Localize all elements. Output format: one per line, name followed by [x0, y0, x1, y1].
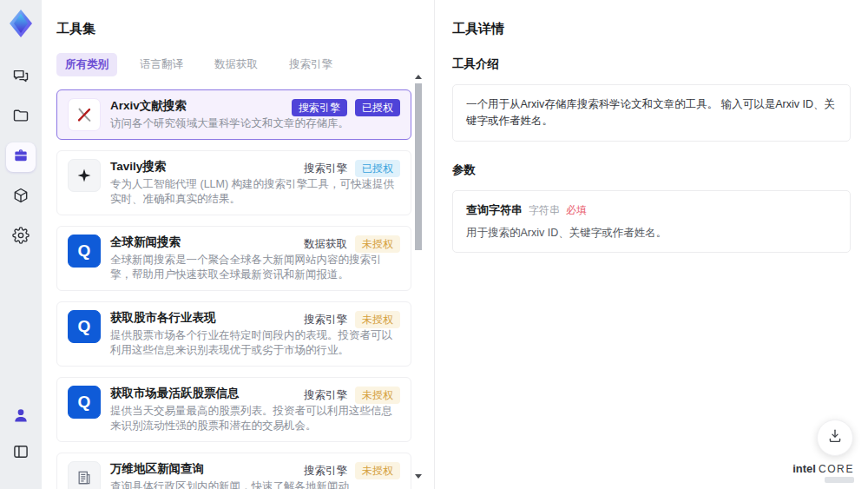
tool-description: 提供当天交易量最高的股票列表。投资者可以利用这些信息来识别流动性强的股票和潜在的… [110, 404, 397, 433]
news-service-icon: Q [68, 386, 101, 419]
tool-card-sector-performance[interactable]: Q 获取股市各行业表现 提供股票市场各个行业在特定时间段内的表现。投资者可以利用… [56, 301, 411, 367]
sidebar-item-settings[interactable] [6, 222, 36, 252]
sidebar-item-collapse[interactable] [6, 439, 36, 468]
page-title: 工具集 [56, 21, 411, 37]
param-required-flag: 必填 [566, 203, 587, 218]
category-tabs: 所有类别 语言翻译 数据获取 搜索引擎 [56, 53, 411, 76]
sidebar-item-files[interactable] [6, 102, 36, 132]
user-icon [12, 406, 30, 427]
scrollbar-thumb[interactable] [415, 83, 422, 250]
intel-core-logo: intelcore [792, 462, 854, 483]
tool-details-panel: 工具详情 工具介绍 一个用于从Arxiv存储库搜索科学论文和文章的工具。 输入可… [434, 0, 868, 489]
panel-layout-icon [12, 443, 30, 464]
left-sidebar [0, 0, 42, 489]
category-label: 搜索引擎 [304, 162, 347, 176]
intro-text: 一个用于从Arxiv存储库搜索科学论文和文章的工具。 输入可以是Arxiv ID… [466, 96, 837, 129]
auth-status-badge: 未授权 [355, 235, 400, 253]
tab-all-categories[interactable]: 所有类别 [56, 53, 117, 76]
intro-box: 一个用于从Arxiv存储库搜索科学论文和文章的工具。 输入可以是Arxiv ID… [452, 84, 851, 142]
newspaper-icon [68, 461, 101, 489]
category-label: 搜索引擎 [304, 313, 347, 327]
scrollbar-up-arrow[interactable] [415, 75, 422, 79]
tool-description: 访问各个研究领域大量科学论文和文章的存储库。 [110, 116, 397, 131]
scrollbar-down-arrow[interactable] [415, 474, 422, 479]
intro-heading: 工具介绍 [452, 56, 851, 72]
brand-intel-text: intel [792, 462, 816, 475]
param-box: 查询字符串 字符串 必填 用于搜索的Arxiv ID、关键字或作者姓名。 [452, 190, 851, 253]
sidebar-item-models[interactable] [6, 182, 36, 212]
chat-icon [12, 67, 30, 88]
toolbox-icon [12, 147, 30, 168]
arxiv-icon [68, 98, 101, 131]
param-description: 用于搜索的Arxiv ID、关键字或作者姓名。 [466, 226, 837, 241]
app-logo [7, 9, 35, 38]
tool-card-tavily[interactable]: Tavily搜索 专为人工智能代理 (LLM) 构建的搜索引擎工具，可快速提供实… [56, 150, 411, 215]
tool-list-panel: 工具集 所有类别 语言翻译 数据获取 搜索引擎 Arxiv文献搜索 访问各个研究… [42, 0, 434, 489]
category-label: 搜索引擎 [304, 464, 347, 479]
auth-status-badge: 已授权 [355, 160, 400, 177]
tool-description: 提供股票市场各个行业在特定时间段内的表现。投资者可以利用这些信息来识别表现优于或… [110, 328, 397, 358]
auth-status-badge: 未授权 [355, 387, 400, 404]
brand-core-text: core [819, 463, 854, 475]
tab-search-engine[interactable]: 搜索引擎 [280, 53, 341, 76]
details-title: 工具详情 [452, 21, 851, 37]
category-label: 搜索引擎 [304, 388, 347, 403]
folder-icon [12, 107, 30, 128]
sidebar-item-chat[interactable] [6, 63, 36, 92]
news-service-icon: Q [68, 235, 101, 268]
download-icon [827, 428, 843, 447]
tool-list: Arxiv文献搜索 访问各个研究领域大量科学论文和文章的存储库。 搜索引擎 已授… [56, 89, 411, 489]
tool-card-regional-news[interactable]: 万维地区新闻查询 查询具体行政区划内的新闻，快速了解各地新闻动 搜索引擎 未授权 [56, 453, 411, 489]
auth-status-badge: 已授权 [355, 99, 400, 116]
category-label: 数据获取 [304, 237, 347, 252]
tab-data-fetch[interactable]: 数据获取 [206, 53, 266, 76]
news-service-icon: Q [68, 310, 101, 343]
brand-sub-mark [825, 477, 854, 483]
auth-status-badge: 未授权 [355, 311, 400, 328]
tool-card-global-news[interactable]: Q 全球新闻搜索 全球新闻搜索是一个聚合全球各大新闻网站内容的搜索引擎，帮助用户… [56, 226, 411, 291]
tool-card-active-stocks[interactable]: Q 获取市场最活跃股票信息 提供当天交易量最高的股票列表。投资者可以利用这些信息… [56, 377, 411, 442]
tool-description: 查询具体行政区划内的新闻，快速了解各地新闻动 [110, 479, 397, 489]
param-type: 字符串 [529, 203, 560, 218]
download-button[interactable] [817, 420, 853, 456]
cube-icon [12, 187, 30, 208]
tab-language-translation[interactable]: 语言翻译 [131, 53, 192, 76]
tool-description: 专为人工智能代理 (LLM) 构建的搜索引擎工具，可快速提供实时、准确和真实的结… [110, 177, 397, 207]
list-scrollbar[interactable] [414, 75, 423, 479]
tool-card-arxiv[interactable]: Arxiv文献搜索 访问各个研究领域大量科学论文和文章的存储库。 搜索引擎 已授… [56, 89, 411, 140]
param-name: 查询字符串 [466, 202, 523, 218]
auth-status-badge: 未授权 [355, 462, 400, 479]
params-heading: 参数 [452, 162, 851, 178]
sidebar-item-toolbox[interactable] [6, 142, 36, 172]
tavily-star-icon [68, 159, 101, 192]
tool-description: 全球新闻搜索是一个聚合全球各大新闻网站内容的搜索引擎，帮助用户快速获取全球最新资… [110, 253, 397, 282]
sidebar-item-account[interactable] [6, 402, 36, 432]
gear-icon [12, 227, 30, 248]
category-badge: 搜索引擎 [292, 99, 347, 116]
